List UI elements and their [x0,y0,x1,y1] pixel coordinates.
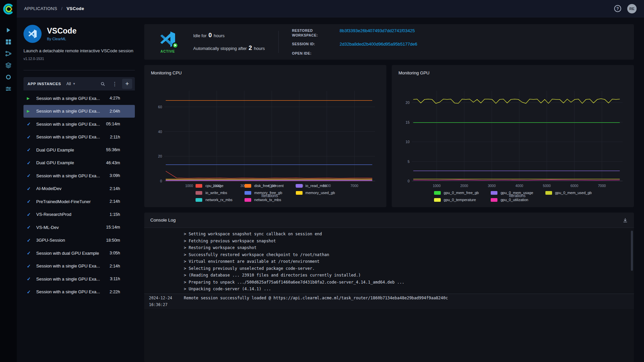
svg-text:20: 20 [406,101,410,105]
session-status-card: ACTIVE Idle for 0 hours Automatically st… [144,24,634,60]
instances-filter-dropdown[interactable]: All ▼ [66,81,75,86]
add-instance-button[interactable]: + [122,79,132,89]
instance-row[interactable]: ✓AI-ModelDev2:14h [23,182,135,195]
instance-row[interactable]: ✓VS-ResearchProd1:15h [23,208,135,221]
breadcrumb-applications[interactable]: APPLICATIONS [24,6,57,11]
legend-swatch [434,198,441,202]
svg-text:20: 20 [158,154,162,158]
legend-item[interactable]: network_rx_mbs [196,198,232,202]
kebab-menu-icon[interactable]: ⋮ [110,79,119,88]
instance-row[interactable]: ✓Session with dual GPU Example3:05h [23,247,135,260]
app-root: APPLICATIONS / VSCode ? RE [0,0,644,362]
app-byline[interactable]: By ClearML [47,37,76,41]
workers-icon[interactable] [4,85,12,93]
console-timestamp [144,231,184,238]
instance-name: Session with dual GPU Example [36,251,106,256]
instance-name: Dual GPU Example [36,147,103,153]
legend-item[interactable]: memory_used_gb [296,191,335,195]
download-log-icon[interactable] [623,218,628,223]
completed-check-icon: ✓ [27,263,36,269]
legend-item[interactable]: io_read_mbs [296,184,335,188]
completed-check-icon: ✓ [27,186,36,191]
instance-row[interactable]: ✓Session with a single GPU Exa...3:09h [23,169,135,182]
instance-row[interactable]: ✓3GPU-Session18:50m [23,234,135,247]
cpu-chart-plot: 10002000300040005000600070000204060Itera… [149,75,382,182]
legend-item[interactable]: gpu_0_mem_free_gb [434,191,479,195]
legend-label: gpu_0_temperature [444,198,476,202]
legend-item[interactable]: io_write_mbs [196,191,232,195]
console-line-text: > Setting workspace snapshot sync callba… [184,231,634,238]
instance-row[interactable]: ✓Session with a single GPU Exa...2:11h [23,131,135,144]
svg-text:6000: 6000 [571,184,579,188]
completed-check-icon: ✓ [27,225,36,230]
legend-item[interactable]: gpu_0_temperature [434,198,479,202]
console-timestamp [144,272,184,279]
running-badge-icon [172,42,178,49]
instance-row[interactable]: ✓Session with a single GPU Exa...3:11h [23,273,135,286]
help-icon[interactable]: ? [614,5,621,12]
console-log-line: > Preparing to unpack .../500d625af75a6f… [144,279,634,286]
pipelines-icon[interactable] [4,50,12,58]
status-field-label: OPEN IDE: [292,51,334,56]
instance-row[interactable]: ✓VS-ML-Dev15:14m [23,221,135,234]
console-log-line: > Selecting previously unselected packag… [144,265,634,272]
launch-icon[interactable] [4,26,12,34]
instance-duration: 3:11h [110,277,120,281]
instance-row[interactable]: ✓Dual GPU Example55:36m [23,143,135,157]
console-log-line: > Unpacking code-server (4.14.1) ... [144,286,634,293]
console-timestamp [144,265,184,272]
legend-item[interactable]: network_tx_mbs [245,198,283,202]
legend-item[interactable]: memory_free_gb [245,191,283,195]
legend-item[interactable]: cpu_usage [196,184,232,188]
instance-row[interactable]: ✓Dual GPU Example46:43m [23,157,135,170]
instance-row[interactable]: ▶Session with a single GPU Exa...2:04h [23,105,135,118]
app-title: VSCode [47,27,76,35]
console-line-text: > (Reading database ... 23910 files and … [184,272,634,279]
legend-item[interactable]: gpu_0_mem_usage [491,191,533,195]
gpu-chart-plot: 100020003000400050006000700005101520Iter… [396,75,629,189]
status-field-label: RESTORED WORKSPACE: [292,28,334,38]
instance-duration: 2:14h [110,264,120,268]
instance-row[interactable]: ✓PreTrainedModel-FineTuner2:14h [23,195,135,208]
instance-duration: 4:27h [110,96,120,101]
breadcrumb-separator: / [61,6,63,11]
instance-name: Session with a single GPU Exa... [36,263,106,268]
completed-check-icon: ✓ [27,199,36,204]
console-log-line: > Setting workspace snapshot sync callba… [144,231,634,238]
console-line-text: > Unpacking code-server (4.14.1) ... [184,286,634,293]
legend-item[interactable]: gpu_0_utilization [491,198,533,202]
legend-swatch [491,198,497,202]
completed-check-icon: ✓ [27,212,36,217]
instance-row[interactable]: ✓Session with a single GPU Exa...2:22h [23,286,135,299]
instance-duration: 2:14h [110,199,120,204]
gpu-chart-card: Monitoring GPU 1000200030004000500060007… [392,65,634,207]
instance-duration: 3:05h [110,251,120,255]
instance-duration: 15:14m [106,225,120,230]
instance-name: Session with a single GPU Exa... [36,134,107,139]
console-scrollbar[interactable] [631,231,633,271]
instance-row[interactable]: ✓Session with a single GPU Exa...05:14m [23,118,135,131]
projects-icon[interactable] [4,38,12,46]
console-timestamp [144,279,184,286]
orchestration-icon[interactable] [4,73,12,81]
legend-label: disk_free_percent [254,184,283,188]
topbar: APPLICATIONS / VSCode ? RE [17,0,644,17]
user-avatar[interactable]: RE [627,4,637,13]
svg-text:40: 40 [158,130,162,134]
console-log-line: > Fetching previous workspace snapshot [144,238,634,245]
gpu-chart-legend: gpu_0_mem_free_gbgpu_0_mem_usagegpu_0_me… [396,189,629,204]
legend-item[interactable]: disk_free_percent [245,184,283,188]
legend-label: memory_free_gb [254,191,282,195]
console-log-line: > (Reading database ... 23910 files and … [144,272,634,279]
completed-check-icon: ✓ [27,160,36,166]
instance-name: Session with a single GPU Exa... [36,277,107,282]
instance-row[interactable]: ▶Session with a single GPU Exa...4:27h [23,92,135,105]
legend-swatch [491,191,497,195]
clearml-logo-icon[interactable] [2,3,14,15]
legend-item[interactable]: gpu_0_mem_used_gb [545,191,592,195]
legend-label: gpu_0_mem_free_gb [444,191,479,195]
search-icon[interactable] [98,79,107,88]
instance-row[interactable]: ✓Session with a single GPU Exa...2:14h [23,260,135,273]
datasets-icon[interactable] [4,61,12,69]
breadcrumb: APPLICATIONS / VSCode [24,6,84,11]
